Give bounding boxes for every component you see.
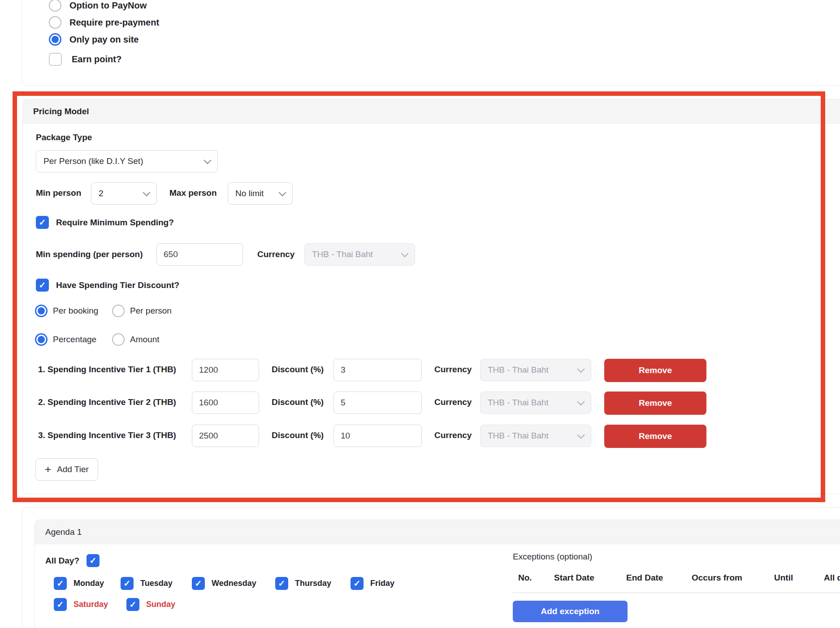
- max-person-label: Max person: [169, 188, 217, 198]
- radio-per-person[interactable]: Per person: [112, 305, 172, 317]
- radio-selected-icon[interactable]: [35, 333, 48, 346]
- day-label: Sunday: [146, 600, 175, 609]
- radio-percentage[interactable]: Percentage: [35, 333, 96, 346]
- exceptions-col-start-date: Start Date: [554, 573, 594, 583]
- remove-tier-button[interactable]: Remove: [604, 425, 706, 448]
- tier-discount-label: Discount (%): [272, 365, 324, 374]
- remove-tier-button[interactable]: Remove: [604, 359, 706, 382]
- earn-point-label: Earn point?: [72, 54, 121, 65]
- radio-option-paynow[interactable]: Option to PayNow: [49, 0, 147, 12]
- day-label: Wednesday: [212, 579, 256, 588]
- chevron-down-icon: [279, 189, 286, 196]
- tier-currency-value: THB - Thai Baht: [488, 431, 549, 441]
- earn-point-option[interactable]: Earn point?: [49, 53, 121, 66]
- max-person-select[interactable]: No limit: [228, 182, 293, 205]
- pricing-model-card: Pricing Model Package Type Per Person (l…: [22, 99, 840, 494]
- radio-icon[interactable]: [112, 305, 125, 317]
- package-type-label: Package Type: [36, 133, 92, 142]
- day-option-saturday[interactable]: Saturday: [54, 598, 108, 611]
- checkbox-checked-icon[interactable]: [36, 216, 49, 229]
- checkbox-checked-icon[interactable]: [351, 577, 364, 590]
- tier-discount-input[interactable]: [333, 359, 422, 381]
- add-exception-button[interactable]: Add exception: [513, 601, 628, 622]
- currency-value: THB - Thai Baht: [312, 249, 373, 259]
- tier-discount-label: Have Spending Tier Discount?: [56, 280, 179, 290]
- tier-currency-select[interactable]: THB - Thai Baht: [480, 425, 591, 447]
- tier-discount-label: Discount (%): [272, 397, 324, 407]
- add-tier-label: Add Tier: [57, 465, 89, 474]
- tier-currency-label: Currency: [434, 430, 472, 440]
- require-min-spending-option[interactable]: Require Minimum Spending?: [36, 216, 174, 229]
- checkbox-checked-icon[interactable]: [121, 577, 134, 590]
- tier-currency-label: Currency: [434, 397, 472, 407]
- checkbox-checked-icon[interactable]: [192, 577, 205, 590]
- radio-label: Require pre-payment: [69, 17, 159, 28]
- tier-discount-label: Discount (%): [272, 430, 324, 440]
- day-option-friday[interactable]: Friday: [351, 577, 394, 590]
- radio-require-prepayment[interactable]: Require pre-payment: [49, 16, 159, 29]
- radio-icon[interactable]: [49, 0, 61, 12]
- tier-amount-input[interactable]: [192, 391, 259, 414]
- pricing-title: Pricing Model: [33, 107, 89, 116]
- radio-only-pay-on-site[interactable]: Only pay on site: [49, 33, 139, 46]
- radio-label: Per booking: [53, 306, 98, 316]
- day-label: Saturday: [74, 600, 108, 609]
- checkbox-checked-icon[interactable]: [54, 598, 67, 611]
- radio-amount[interactable]: Amount: [112, 333, 159, 346]
- day-label: Monday: [74, 579, 104, 588]
- exceptions-col-occurs-from: Occurs from: [692, 573, 742, 583]
- exceptions-col-end-date: End Date: [626, 573, 663, 583]
- page: Option to PayNow Require pre-payment Onl…: [0, 0, 840, 628]
- currency-select[interactable]: THB - Thai Baht: [304, 243, 415, 266]
- agenda-title: Agenda 1: [45, 527, 82, 537]
- chevron-down-icon: [577, 431, 585, 439]
- exceptions-col-no: No.: [518, 573, 532, 583]
- tier-currency-label: Currency: [434, 365, 472, 374]
- agenda-card: Agenda 1 All Day? Monday Tuesday Wednesd…: [35, 520, 840, 628]
- min-person-value: 2: [99, 189, 104, 198]
- add-tier-button[interactable]: Add Tier: [35, 458, 98, 481]
- radio-label: Option to PayNow: [69, 0, 147, 11]
- remove-tier-button[interactable]: Remove: [604, 391, 706, 415]
- currency-label: Currency: [257, 249, 294, 259]
- day-option-wednesday[interactable]: Wednesday: [192, 577, 256, 590]
- exceptions-divider: [513, 593, 840, 593]
- radio-per-booking[interactable]: Per booking: [35, 305, 98, 317]
- radio-icon[interactable]: [112, 333, 125, 346]
- exceptions-title: Exceptions (optional): [513, 552, 592, 562]
- require-min-spending-label: Require Minimum Spending?: [56, 218, 174, 228]
- tier-currency-value: THB - Thai Baht: [488, 365, 549, 375]
- payment-options-card: Option to PayNow Require pre-payment Onl…: [22, 0, 840, 86]
- tier-discount-input[interactable]: [333, 425, 422, 447]
- all-day-checkbox[interactable]: [87, 554, 100, 567]
- plus-icon: [45, 464, 51, 475]
- tier-label: 1. Spending Incentive Tier 1 (THB): [38, 365, 176, 374]
- min-person-select[interactable]: 2: [91, 182, 157, 205]
- tier-currency-select[interactable]: THB - Thai Baht: [480, 359, 591, 381]
- day-option-thursday[interactable]: Thursday: [275, 577, 331, 590]
- day-option-sunday[interactable]: Sunday: [126, 598, 175, 611]
- day-label: Thursday: [295, 579, 331, 588]
- package-type-select[interactable]: Per Person (like D.I.Y Set): [36, 150, 218, 172]
- radio-label: Percentage: [53, 335, 96, 344]
- day-option-tuesday[interactable]: Tuesday: [121, 577, 173, 590]
- checkbox-unchecked-icon[interactable]: [49, 53, 62, 66]
- day-option-monday[interactable]: Monday: [54, 577, 104, 590]
- checkbox-checked-icon[interactable]: [275, 577, 288, 590]
- min-spending-input[interactable]: [156, 243, 243, 266]
- exceptions-col-until: Until: [774, 573, 793, 583]
- day-label: Tuesday: [140, 579, 173, 588]
- checkbox-checked-icon[interactable]: [126, 598, 139, 611]
- tier-amount-input[interactable]: [192, 359, 259, 381]
- tier-discount-input[interactable]: [333, 391, 422, 414]
- checkbox-checked-icon[interactable]: [36, 279, 49, 292]
- radio-selected-icon[interactable]: [35, 305, 48, 317]
- checkbox-checked-icon[interactable]: [54, 577, 67, 590]
- tier-amount-input[interactable]: [192, 425, 259, 447]
- agenda-card-header: Agenda 1: [35, 520, 840, 544]
- tier-label: 2. Spending Incentive Tier 2 (THB): [38, 397, 176, 407]
- tier-currency-select[interactable]: THB - Thai Baht: [480, 391, 591, 414]
- tier-discount-option[interactable]: Have Spending Tier Discount?: [36, 279, 179, 292]
- radio-selected-icon[interactable]: [49, 33, 61, 46]
- radio-icon[interactable]: [49, 16, 61, 29]
